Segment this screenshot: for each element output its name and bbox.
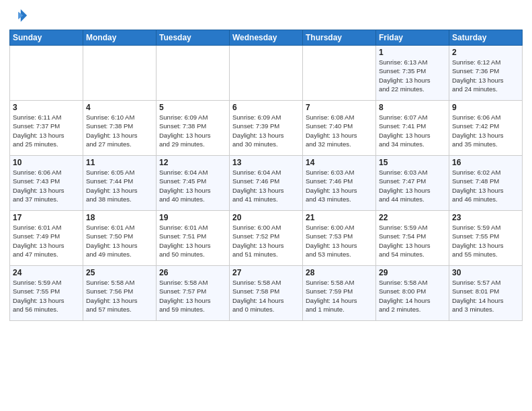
day-detail: Sunrise: 6:00 AM Sunset: 7:53 PM Dayligh… <box>306 223 373 259</box>
day-number: 5 <box>159 103 226 112</box>
week-row-2: 3Sunrise: 6:11 AM Sunset: 7:37 PM Daylig… <box>10 101 523 156</box>
logo <box>9 7 31 26</box>
day-detail: Sunrise: 6:03 AM Sunset: 7:47 PM Dayligh… <box>379 168 446 203</box>
week-row-3: 10Sunrise: 6:06 AM Sunset: 7:43 PM Dayli… <box>10 156 523 211</box>
weekday-header-monday: Monday <box>83 30 157 46</box>
header <box>9 7 523 26</box>
day-cell-18: 18Sunrise: 6:01 AM Sunset: 7:50 PM Dayli… <box>83 211 157 266</box>
day-number: 21 <box>306 213 373 222</box>
weekday-header-sunday: Sunday <box>10 30 83 46</box>
day-detail: Sunrise: 5:59 AM Sunset: 7:54 PM Dayligh… <box>379 223 446 259</box>
day-cell-26: 26Sunrise: 5:58 AM Sunset: 7:57 PM Dayli… <box>157 266 230 321</box>
day-detail: Sunrise: 6:03 AM Sunset: 7:46 PM Dayligh… <box>306 168 373 203</box>
logo-icon <box>9 7 28 26</box>
day-detail: Sunrise: 5:58 AM Sunset: 7:56 PM Dayligh… <box>86 278 153 314</box>
day-detail: Sunrise: 6:10 AM Sunset: 7:38 PM Dayligh… <box>86 113 153 148</box>
empty-cell <box>157 46 230 101</box>
day-number: 11 <box>86 158 153 167</box>
day-number: 1 <box>379 48 446 57</box>
day-number: 25 <box>86 268 153 277</box>
week-row-5: 24Sunrise: 5:59 AM Sunset: 7:55 PM Dayli… <box>10 266 523 321</box>
day-number: 13 <box>232 158 300 167</box>
day-cell-23: 23Sunrise: 5:59 AM Sunset: 7:55 PM Dayli… <box>449 211 523 266</box>
day-number: 3 <box>13 103 80 112</box>
day-cell-14: 14Sunrise: 6:03 AM Sunset: 7:46 PM Dayli… <box>303 156 376 211</box>
day-number: 26 <box>159 268 226 277</box>
weekday-header-saturday: Saturday <box>449 30 523 46</box>
day-number: 2 <box>452 48 519 57</box>
day-detail: Sunrise: 6:08 AM Sunset: 7:40 PM Dayligh… <box>306 113 373 148</box>
weekday-header-tuesday: Tuesday <box>157 30 230 46</box>
day-number: 28 <box>306 268 373 277</box>
day-number: 20 <box>232 213 300 222</box>
day-cell-3: 3Sunrise: 6:11 AM Sunset: 7:37 PM Daylig… <box>10 101 83 156</box>
day-cell-24: 24Sunrise: 5:59 AM Sunset: 7:55 PM Dayli… <box>10 266 83 321</box>
page: SundayMondayTuesdayWednesdayThursdayFrid… <box>0 0 532 411</box>
day-detail: Sunrise: 6:04 AM Sunset: 7:45 PM Dayligh… <box>159 168 226 203</box>
day-cell-13: 13Sunrise: 6:04 AM Sunset: 7:46 PM Dayli… <box>230 156 303 211</box>
day-number: 17 <box>13 213 80 222</box>
day-number: 29 <box>379 268 446 277</box>
day-detail: Sunrise: 6:01 AM Sunset: 7:50 PM Dayligh… <box>86 223 153 259</box>
day-cell-19: 19Sunrise: 6:01 AM Sunset: 7:51 PM Dayli… <box>157 211 230 266</box>
weekday-header-thursday: Thursday <box>303 30 376 46</box>
day-cell-10: 10Sunrise: 6:06 AM Sunset: 7:43 PM Dayli… <box>10 156 83 211</box>
day-cell-11: 11Sunrise: 6:05 AM Sunset: 7:44 PM Dayli… <box>83 156 157 211</box>
day-cell-7: 7Sunrise: 6:08 AM Sunset: 7:40 PM Daylig… <box>303 101 376 156</box>
weekday-header-friday: Friday <box>376 30 449 46</box>
day-number: 8 <box>379 103 446 112</box>
day-cell-5: 5Sunrise: 6:09 AM Sunset: 7:38 PM Daylig… <box>157 101 230 156</box>
day-detail: Sunrise: 6:12 AM Sunset: 7:36 PM Dayligh… <box>452 58 519 93</box>
day-cell-25: 25Sunrise: 5:58 AM Sunset: 7:56 PM Dayli… <box>83 266 157 321</box>
day-number: 15 <box>379 158 446 167</box>
day-cell-12: 12Sunrise: 6:04 AM Sunset: 7:45 PM Dayli… <box>157 156 230 211</box>
day-detail: Sunrise: 5:58 AM Sunset: 7:57 PM Dayligh… <box>159 278 226 314</box>
day-cell-28: 28Sunrise: 5:58 AM Sunset: 7:59 PM Dayli… <box>303 266 376 321</box>
day-number: 24 <box>13 268 80 277</box>
weekday-header-wednesday: Wednesday <box>230 30 303 46</box>
day-detail: Sunrise: 5:59 AM Sunset: 7:55 PM Dayligh… <box>452 223 519 259</box>
day-cell-1: 1Sunrise: 6:13 AM Sunset: 7:35 PM Daylig… <box>376 46 449 101</box>
day-cell-17: 17Sunrise: 6:01 AM Sunset: 7:49 PM Dayli… <box>10 211 83 266</box>
day-detail: Sunrise: 5:58 AM Sunset: 7:59 PM Dayligh… <box>306 278 373 314</box>
day-number: 7 <box>306 103 373 112</box>
day-cell-29: 29Sunrise: 5:58 AM Sunset: 8:00 PM Dayli… <box>376 266 449 321</box>
day-detail: Sunrise: 6:11 AM Sunset: 7:37 PM Dayligh… <box>13 113 80 148</box>
day-number: 14 <box>306 158 373 167</box>
empty-cell <box>83 46 157 101</box>
day-detail: Sunrise: 6:05 AM Sunset: 7:44 PM Dayligh… <box>86 168 153 203</box>
day-detail: Sunrise: 6:07 AM Sunset: 7:41 PM Dayligh… <box>379 113 446 148</box>
day-cell-16: 16Sunrise: 6:02 AM Sunset: 7:48 PM Dayli… <box>449 156 523 211</box>
day-cell-2: 2Sunrise: 6:12 AM Sunset: 7:36 PM Daylig… <box>449 46 523 101</box>
day-detail: Sunrise: 6:06 AM Sunset: 7:42 PM Dayligh… <box>452 113 519 148</box>
day-number: 12 <box>159 158 226 167</box>
day-detail: Sunrise: 5:58 AM Sunset: 8:00 PM Dayligh… <box>379 278 446 314</box>
day-number: 22 <box>379 213 446 222</box>
week-row-4: 17Sunrise: 6:01 AM Sunset: 7:49 PM Dayli… <box>10 211 523 266</box>
day-cell-21: 21Sunrise: 6:00 AM Sunset: 7:53 PM Dayli… <box>303 211 376 266</box>
empty-cell <box>230 46 303 101</box>
day-cell-15: 15Sunrise: 6:03 AM Sunset: 7:47 PM Dayli… <box>376 156 449 211</box>
day-detail: Sunrise: 5:58 AM Sunset: 7:58 PM Dayligh… <box>232 278 300 314</box>
day-cell-27: 27Sunrise: 5:58 AM Sunset: 7:58 PM Dayli… <box>230 266 303 321</box>
day-detail: Sunrise: 5:59 AM Sunset: 7:55 PM Dayligh… <box>13 278 80 314</box>
day-detail: Sunrise: 6:09 AM Sunset: 7:38 PM Dayligh… <box>159 113 226 148</box>
empty-cell <box>303 46 376 101</box>
day-detail: Sunrise: 6:09 AM Sunset: 7:39 PM Dayligh… <box>232 113 300 148</box>
weekday-header-row: SundayMondayTuesdayWednesdayThursdayFrid… <box>10 30 523 46</box>
day-number: 18 <box>86 213 153 222</box>
day-detail: Sunrise: 6:00 AM Sunset: 7:52 PM Dayligh… <box>232 223 300 259</box>
day-cell-30: 30Sunrise: 5:57 AM Sunset: 8:01 PM Dayli… <box>449 266 523 321</box>
day-cell-9: 9Sunrise: 6:06 AM Sunset: 7:42 PM Daylig… <box>449 101 523 156</box>
calendar-table: SundayMondayTuesdayWednesdayThursdayFrid… <box>9 30 523 321</box>
day-number: 6 <box>232 103 300 112</box>
day-number: 30 <box>452 268 519 277</box>
day-detail: Sunrise: 6:02 AM Sunset: 7:48 PM Dayligh… <box>452 168 519 203</box>
day-number: 4 <box>86 103 153 112</box>
day-number: 23 <box>452 213 519 222</box>
empty-cell <box>10 46 83 101</box>
day-cell-4: 4Sunrise: 6:10 AM Sunset: 7:38 PM Daylig… <box>83 101 157 156</box>
week-row-1: 1Sunrise: 6:13 AM Sunset: 7:35 PM Daylig… <box>10 46 523 101</box>
day-detail: Sunrise: 6:01 AM Sunset: 7:51 PM Dayligh… <box>159 223 226 259</box>
day-number: 16 <box>452 158 519 167</box>
